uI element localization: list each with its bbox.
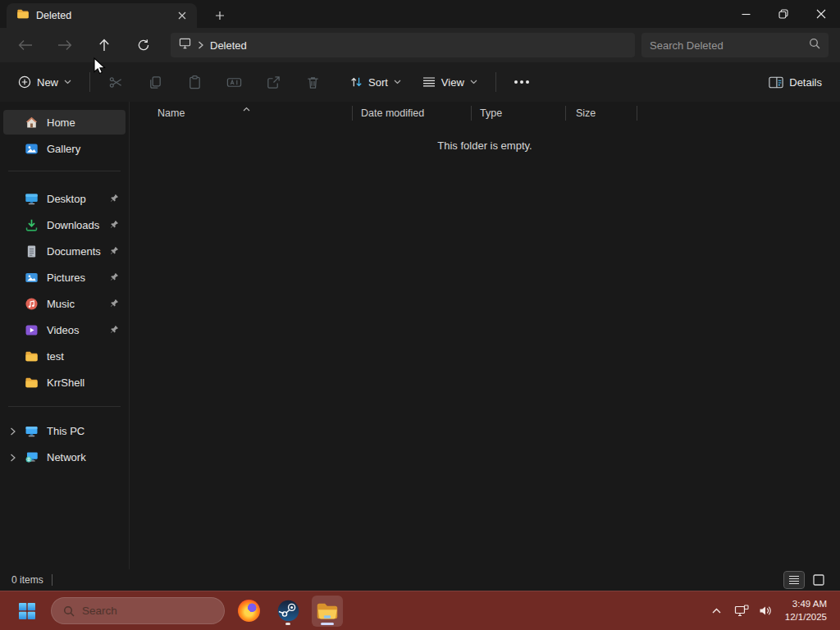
paste-icon[interactable] (180, 69, 208, 95)
sidebar-item-desktop[interactable]: Desktop (3, 186, 126, 211)
new-button[interactable]: New (11, 71, 78, 94)
sidebar-item-videos[interactable]: Videos (3, 317, 126, 342)
steam-icon (277, 600, 299, 622)
column-header-name[interactable]: Name (130, 106, 353, 121)
pin-icon (110, 193, 119, 205)
close-button[interactable] (802, 0, 840, 28)
sidebar-item-krrshell[interactable]: KrrShell (3, 370, 126, 395)
steam-taskbar-icon[interactable] (272, 596, 304, 627)
more-options-icon[interactable] (508, 69, 536, 95)
file-explorer-icon (316, 600, 339, 623)
volume-icon[interactable] (756, 597, 777, 625)
back-button[interactable] (11, 32, 39, 58)
windows-logo-icon (17, 601, 37, 621)
column-header-type[interactable]: Type (472, 106, 566, 121)
details-view-toggle[interactable] (784, 572, 804, 588)
tab-close-icon[interactable] (174, 7, 190, 24)
sidebar-item-pictures[interactable]: Pictures (3, 265, 126, 290)
taskbar-search[interactable]: Search (51, 597, 225, 624)
restore-button[interactable] (765, 0, 802, 28)
details-button-label: Details (789, 76, 822, 89)
column-headers: Name Date modified Type Size (130, 102, 840, 125)
column-header-date-modified[interactable]: Date modified (353, 106, 472, 121)
sidebar-item-music[interactable]: Music (3, 291, 126, 316)
new-button-label: New (37, 76, 58, 89)
network-tray-icon[interactable] (731, 597, 752, 625)
pin-icon (110, 298, 119, 310)
tab-title: Deleted (36, 10, 167, 21)
column-header-size[interactable]: Size (566, 106, 637, 121)
sidebar-item-gallery[interactable]: Gallery (3, 136, 126, 161)
sidebar-item-network[interactable]: Network (3, 445, 126, 469)
firefox-taskbar-icon[interactable] (233, 596, 264, 627)
forward-button[interactable] (51, 32, 79, 58)
this-pc-icon (179, 38, 191, 52)
pictures-icon (25, 271, 39, 285)
chevron-down-icon (64, 80, 71, 84)
up-button[interactable] (90, 32, 118, 58)
search-icon (63, 605, 75, 617)
downloads-icon (25, 218, 39, 232)
taskbar: Search 3:49 (0, 591, 840, 630)
sidebar-item-label: This PC (47, 425, 84, 437)
taskbar-clock[interactable]: 3:49 AM 12/1/2025 (780, 598, 832, 623)
chevron-down-icon (470, 80, 477, 84)
network-icon (25, 450, 39, 464)
sort-button[interactable]: Sort (343, 71, 408, 94)
desktop-icon (25, 192, 39, 206)
share-icon[interactable] (259, 69, 287, 95)
active-indicator (321, 623, 334, 625)
sidebar-item-label: Network (47, 451, 86, 463)
navigation-sidebar: Home Gallery Desktop Downloads (0, 102, 130, 569)
item-count: 0 items (11, 574, 43, 586)
running-indicator (285, 623, 290, 625)
details-pane-button[interactable]: Details (762, 71, 829, 94)
sidebar-item-label: Gallery (47, 143, 80, 155)
this-pc-icon (25, 424, 39, 438)
cut-icon[interactable] (102, 69, 130, 95)
sidebar-item-label: KrrShell (47, 377, 84, 389)
sidebar-item-label: Videos (47, 324, 80, 336)
copy-icon[interactable] (141, 69, 169, 95)
search-box[interactable]: Search Deleted (641, 33, 829, 57)
sidebar-item-home[interactable]: Home (3, 110, 126, 135)
refresh-button[interactable] (130, 32, 158, 58)
sidebar-item-label: Home (47, 116, 75, 129)
hidden-icons-chevron-icon[interactable] (706, 597, 728, 625)
pin-icon (110, 272, 119, 284)
pin-icon (110, 219, 119, 231)
expand-chevron-icon[interactable] (10, 452, 16, 464)
home-icon (25, 116, 39, 130)
minimize-button[interactable] (727, 0, 765, 28)
breadcrumb[interactable]: Deleted (210, 39, 247, 52)
expand-chevron-icon[interactable] (10, 426, 16, 438)
search-icon[interactable] (809, 38, 820, 52)
toolbar-divider (495, 72, 496, 92)
explorer-tab[interactable]: Deleted (7, 3, 197, 28)
clock-time: 3:49 AM (785, 598, 827, 611)
delete-icon[interactable] (299, 69, 326, 95)
view-button[interactable]: View (416, 71, 484, 94)
music-icon (25, 297, 39, 311)
clock-date: 12/1/2025 (785, 611, 827, 624)
folder-icon (25, 376, 39, 390)
sidebar-item-label: Documents (47, 245, 101, 258)
command-toolbar: New Sort (0, 62, 840, 102)
sidebar-item-label: Desktop (47, 193, 86, 205)
status-divider (52, 574, 52, 586)
sidebar-item-this-pc[interactable]: This PC (3, 418, 126, 443)
new-tab-button[interactable] (210, 6, 230, 25)
large-icons-view-toggle[interactable] (809, 572, 829, 588)
sidebar-separator (8, 171, 121, 171)
window-controls (727, 0, 840, 28)
start-button[interactable] (11, 596, 43, 627)
title-bar: Deleted (0, 0, 840, 28)
sidebar-item-test[interactable]: test (3, 344, 126, 368)
sort-button-label: Sort (368, 76, 388, 89)
documents-icon (25, 244, 39, 258)
rename-icon[interactable] (220, 69, 248, 95)
file-explorer-taskbar-icon[interactable] (312, 596, 343, 627)
sidebar-item-documents[interactable]: Documents (3, 239, 126, 263)
sidebar-item-downloads[interactable]: Downloads (3, 212, 126, 237)
address-bar[interactable]: Deleted (171, 33, 635, 57)
